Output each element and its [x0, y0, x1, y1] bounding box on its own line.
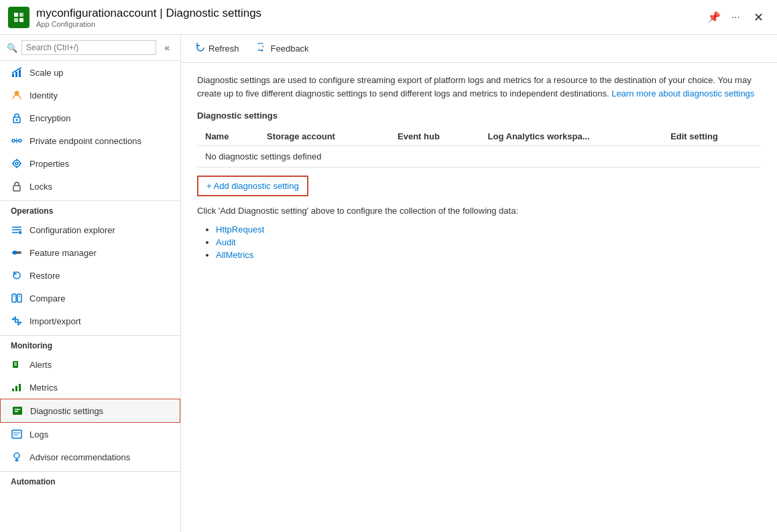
refresh-button[interactable]: Refresh [192, 40, 243, 57]
sidebar-item-restore[interactable]: Restore [0, 264, 180, 287]
feature-manager-icon [11, 247, 23, 259]
svg-rect-0 [12, 11, 25, 24]
locks-icon [11, 180, 23, 192]
sidebar-label-config-explorer: Configuration explorer [29, 225, 115, 235]
sidebar-label-compare: Compare [29, 293, 65, 304]
search-input[interactable] [21, 40, 156, 55]
svg-point-12 [19, 139, 21, 142]
feedback-label: Feedback [271, 44, 309, 54]
no-settings-text: No diagnostic settings defined [197, 146, 761, 168]
sidebar-label-restore: Restore [29, 271, 60, 281]
refresh-icon [196, 43, 205, 54]
content-area: Refresh Feedback Diagnostic settings are… [181, 35, 777, 532]
sidebar-label-private-endpoint: Private endpoint connections [29, 136, 141, 146]
sidebar-item-properties[interactable]: Properties [0, 152, 180, 175]
import-export-icon [11, 315, 23, 327]
svg-rect-6 [15, 72, 17, 77]
svg-rect-38 [15, 386, 17, 391]
app-icon [8, 7, 29, 28]
svg-rect-4 [19, 18, 23, 22]
alerts-icon [11, 358, 23, 371]
feedback-icon [258, 43, 267, 54]
sidebar-label-alerts: Alerts [29, 360, 52, 370]
sidebar-item-import-export[interactable]: Import/export [0, 310, 180, 332]
sidebar-item-config-explorer[interactable]: Configuration explorer [0, 218, 180, 241]
svg-rect-1 [14, 13, 18, 17]
svg-point-16 [15, 162, 18, 165]
svg-rect-2 [19, 13, 23, 17]
sidebar-section-automation: Automation [0, 471, 180, 489]
sidebar-item-encryption[interactable]: Encryption [0, 107, 180, 129]
sidebar-item-advisor-recommendations[interactable]: Advisor recommendations [0, 446, 180, 468]
sidebar-item-identity[interactable]: Identity [0, 84, 180, 107]
svg-point-15 [13, 160, 20, 167]
title-bar-text: myconfigurationaccount | Diagnostic sett… [36, 7, 705, 28]
main-layout: 🔍 « Scale up Identity [0, 35, 777, 532]
info-description: Diagnostic settings are used to configur… [197, 74, 761, 100]
metrics-icon [11, 381, 23, 393]
more-options-button[interactable]: ··· [729, 9, 743, 26]
collection-description: Click 'Add Diagnostic setting' above to … [197, 204, 761, 218]
col-event-hub: Event hub [390, 127, 480, 146]
svg-rect-37 [12, 389, 14, 391]
config-explorer-icon [11, 224, 23, 236]
col-name: Name [197, 127, 259, 146]
logs-icon [11, 428, 23, 440]
sidebar-item-feature-manager[interactable]: Feature manager [0, 241, 180, 264]
add-diagnostic-setting-button[interactable]: + Add diagnostic setting [197, 176, 308, 196]
sidebar-nav: Scale up Identity Encryption [0, 61, 180, 532]
svg-point-11 [12, 139, 15, 142]
svg-rect-35 [14, 362, 17, 364]
svg-rect-43 [12, 430, 21, 438]
sidebar-item-logs[interactable]: Logs [0, 423, 180, 446]
sidebar-item-metrics[interactable]: Metrics [0, 376, 180, 399]
content-body: Diagnostic settings are used to configur… [181, 63, 777, 272]
feedback-button[interactable]: Feedback [254, 40, 313, 57]
learn-more-link[interactable]: Learn more about diagnostic settings [611, 88, 754, 98]
sidebar-item-alerts[interactable]: Alerts [0, 353, 180, 376]
col-log-analytics: Log Analytics workspa... [480, 127, 663, 146]
audit-link[interactable]: Audit [216, 237, 236, 247]
col-storage-account: Storage account [259, 127, 390, 146]
sidebar-label-locks: Locks [29, 182, 52, 192]
data-items-list: HttpRequest Audit AllMetrics [197, 223, 761, 261]
identity-icon [11, 89, 23, 101]
sidebar-label-encryption: Encryption [29, 113, 70, 123]
data-item-allmetrics: AllMetrics [216, 249, 761, 261]
toolbar: Refresh Feedback [181, 35, 777, 63]
advisor-icon [11, 451, 23, 463]
svg-rect-7 [19, 70, 21, 77]
page-subtitle: App Configuration [36, 20, 705, 28]
svg-rect-25 [19, 231, 21, 234]
svg-point-46 [14, 453, 19, 458]
sidebar-item-locks[interactable]: Locks [0, 175, 180, 198]
page-title: myconfigurationaccount | Diagnostic sett… [36, 7, 705, 20]
sidebar-section-operations: Operations [0, 200, 180, 218]
private-endpoint-icon [11, 135, 23, 147]
pin-button[interactable]: 📌 [705, 8, 723, 26]
svg-rect-28 [12, 294, 16, 302]
col-edit-setting: Edit setting [662, 127, 761, 146]
sidebar-item-private-endpoint[interactable]: Private endpoint connections [0, 129, 180, 152]
sidebar-label-advisor: Advisor recommendations [29, 452, 130, 462]
httprequest-link[interactable]: HttpRequest [216, 224, 264, 235]
sidebar-label-properties: Properties [29, 159, 69, 169]
sidebar-search-container: 🔍 « [0, 35, 180, 61]
sidebar-label-metrics: Metrics [29, 383, 58, 393]
close-button[interactable]: ✕ [748, 7, 769, 27]
data-item-audit: Audit [216, 236, 761, 249]
sidebar-item-scale-up[interactable]: Scale up [0, 61, 180, 84]
sidebar-item-diagnostic-settings[interactable]: Diagnostic settings [0, 399, 180, 423]
svg-point-27 [13, 251, 17, 255]
title-bar-actions: 📌 ··· ✕ [705, 7, 769, 27]
sidebar-label-identity: Identity [29, 90, 58, 101]
allmetrics-link[interactable]: AllMetrics [216, 250, 253, 260]
sidebar-item-compare[interactable]: Compare [0, 287, 180, 310]
compare-icon [11, 292, 23, 304]
collapse-sidebar-button[interactable]: « [160, 41, 174, 54]
svg-point-10 [16, 119, 18, 121]
svg-rect-21 [13, 186, 20, 191]
search-icon: 🔍 [7, 43, 17, 53]
sidebar-label-feature-manager: Feature manager [29, 248, 97, 258]
sidebar-label-diagnostic-settings: Diagnostic settings [30, 406, 103, 416]
